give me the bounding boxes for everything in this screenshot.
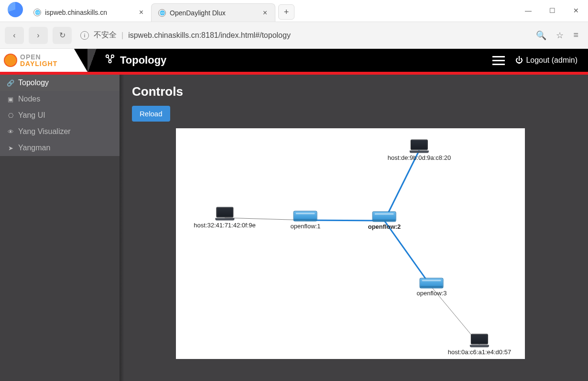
node-label: openflow:1 <box>291 223 321 230</box>
topology-node-h3[interactable]: host:0a:c6:a1:e4:d0:57 <box>448 334 511 356</box>
opendaylight-logo[interactable]: OPEN DAYLIGHT <box>0 49 74 72</box>
tab-ispweb[interactable]: 🌐 ispweb.chinaskills.cn × <box>27 3 151 22</box>
sidebar-item-topology[interactable]: 🔗 Topology <box>0 75 120 91</box>
sidebar-item-yang-ui[interactable]: ⎔ Yang UI <box>0 107 120 123</box>
sidebar-item-label: Yang Visualizer <box>18 127 71 136</box>
node-label: openflow:3 <box>417 290 447 297</box>
brand-bottom: DAYLIGHT <box>20 60 57 67</box>
switch-icon <box>294 211 317 222</box>
node-label: host:32:41:71:42:0f:9e <box>194 222 255 229</box>
topology-node-h1[interactable]: host:32:41:71:42:0f:9e <box>194 207 255 229</box>
topology-node-s1[interactable]: openflow:1 <box>291 211 321 230</box>
bookmark-icon[interactable]: ☆ <box>556 30 564 41</box>
topology-canvas[interactable]: host:32:41:71:42:0f:9eopenflow:1openflow… <box>176 128 525 359</box>
topology-node-h2[interactable]: host:de:9b:0d:9a:c8:20 <box>388 140 451 161</box>
logout-button[interactable]: ⏻ Logout (admin) <box>515 56 577 65</box>
reload-browser-button[interactable]: ↻ <box>53 27 72 44</box>
topology-node-s3[interactable]: openflow:3 <box>417 278 447 297</box>
controls-heading: Controls <box>132 84 576 99</box>
window-controls: — ☐ ✕ <box>516 0 588 22</box>
maximize-button[interactable]: ☐ <box>540 1 564 20</box>
power-icon: ⏻ <box>515 56 523 65</box>
globe-icon: 🌐 <box>33 9 41 16</box>
info-icon[interactable]: i <box>80 31 89 40</box>
browser-chrome: 🌐 ispweb.chinaskills.cn × 🌐 OpenDaylight… <box>0 0 588 49</box>
close-icon[interactable]: × <box>138 8 144 17</box>
sitemap-icon: ▣ <box>7 96 14 103</box>
switch-icon <box>372 212 396 222</box>
address-bar[interactable]: i 不安全 | ispweb.chinaskills.cn:8181/index… <box>76 30 531 40</box>
tab-opendaylight[interactable]: 🌐 OpenDaylight Dlux × <box>151 3 275 22</box>
sidebar-item-label: Topology <box>18 78 49 87</box>
link-icon: 🔗 <box>7 79 14 87</box>
svg-line-8 <box>384 221 432 287</box>
minimize-button[interactable]: — <box>516 1 540 20</box>
svg-point-2 <box>109 60 111 63</box>
topology-icon <box>105 54 115 67</box>
sidebar-item-yang-visualizer[interactable]: 👁 Yang Visualizer <box>0 123 120 140</box>
host-icon <box>410 140 429 153</box>
send-icon: ➤ <box>7 145 14 152</box>
app-header: OPEN DAYLIGHT Topology ⏻ Logout (admin) <box>0 49 588 72</box>
hamburger-button[interactable] <box>492 56 505 65</box>
svg-line-4 <box>110 57 112 60</box>
sun-icon <box>4 54 17 67</box>
content: Controls Reload host:32:41:71:42:0f:9eop… <box>120 75 588 381</box>
zoom-icon[interactable]: 🔍 <box>536 30 546 41</box>
new-tab-button[interactable]: + <box>278 4 294 20</box>
brand-top: OPEN <box>20 54 57 60</box>
sidebar-item-nodes[interactable]: ▣ Nodes <box>0 91 120 107</box>
sidebar-item-label: Yangman <box>18 144 50 152</box>
sidebar: 🔗 Topology ▣ Nodes ⎔ Yang UI 👁 Yang Visu… <box>0 75 120 381</box>
switch-icon <box>420 278 444 289</box>
host-icon <box>470 334 489 347</box>
globe-icon: 🌐 <box>158 9 166 17</box>
node-label: openflow:2 <box>368 223 401 230</box>
close-icon[interactable]: × <box>262 9 268 17</box>
svg-line-3 <box>108 57 109 60</box>
browser-toolbar: ‹ › ↻ i 不安全 | ispweb.chinaskills.cn:8181… <box>0 22 588 49</box>
host-icon <box>215 207 234 221</box>
url-text: ispweb.chinaskills.cn:8181/index.html#/t… <box>128 31 291 40</box>
tab-title: ispweb.chinaskills.cn <box>45 9 134 16</box>
back-button[interactable]: ‹ <box>5 27 24 44</box>
eye-icon: 👁 <box>7 128 14 135</box>
tab-title: OpenDaylight Dlux <box>170 9 258 17</box>
code-icon: ⎔ <box>7 112 14 119</box>
sidebar-item-label: Yang UI <box>18 111 45 120</box>
topology-node-s2[interactable]: openflow:2 <box>368 212 401 230</box>
browser-logo-icon <box>8 2 23 17</box>
sidebar-item-label: Nodes <box>18 95 40 103</box>
tab-strip: 🌐 ispweb.chinaskills.cn × 🌐 OpenDaylight… <box>0 0 588 22</box>
menu-icon[interactable]: ≡ <box>573 30 578 40</box>
node-label: host:de:9b:0d:9a:c8:20 <box>388 154 451 161</box>
node-label: host:0a:c6:a1:e4:d0:57 <box>448 348 511 356</box>
sidebar-item-yangman[interactable]: ➤ Yangman <box>0 140 120 156</box>
close-window-button[interactable]: ✕ <box>564 1 588 20</box>
page-title: Topology <box>97 54 166 67</box>
topology-links <box>176 128 525 359</box>
insecure-label: 不安全 <box>94 30 117 40</box>
app: OPEN DAYLIGHT Topology ⏻ Logout (admin) <box>0 49 588 381</box>
reload-button[interactable]: Reload <box>132 106 170 122</box>
forward-button[interactable]: › <box>29 27 48 44</box>
